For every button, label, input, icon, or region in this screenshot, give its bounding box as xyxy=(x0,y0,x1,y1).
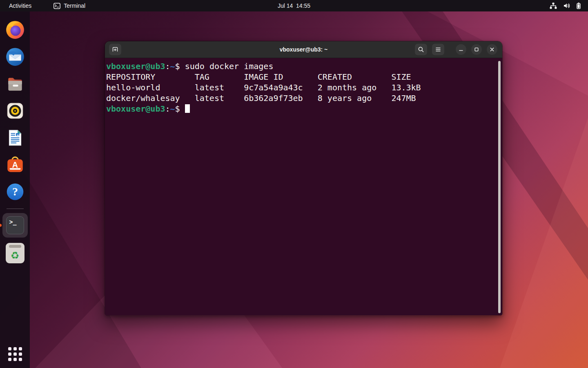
close-button[interactable] xyxy=(487,44,497,55)
dock: A ? >_ xyxy=(0,11,30,368)
firefox-icon xyxy=(5,20,25,40)
software-letter: A xyxy=(12,160,18,169)
app-menu-terminal[interactable]: Terminal xyxy=(48,0,91,11)
recycle-glyph: ♻ xyxy=(11,251,20,260)
new-tab-button[interactable] xyxy=(109,44,121,55)
terminal-prompt-line: vboxuser@ub3:~$ xyxy=(106,103,497,114)
trash-icon: ♻ xyxy=(6,243,24,263)
terminal-content[interactable]: vboxuser@ub3:~$ sudo docker images REPOS… xyxy=(105,58,502,316)
app-menu-label: Terminal xyxy=(64,2,85,9)
minimize-button[interactable] xyxy=(456,44,466,55)
dock-item-thunderbird[interactable] xyxy=(4,45,27,68)
volume-icon xyxy=(563,2,570,9)
files-icon xyxy=(5,74,25,94)
dock-item-libreoffice-writer[interactable] xyxy=(4,126,27,149)
trash-lid xyxy=(9,245,21,248)
libreoffice-writer-icon xyxy=(5,128,25,148)
running-indicator-dot xyxy=(0,224,2,227)
dock-item-files[interactable] xyxy=(4,72,27,95)
prompt-path: ~ xyxy=(170,104,175,114)
typed-command: sudo docker images xyxy=(185,61,274,71)
terminal-scrollbar[interactable] xyxy=(498,61,501,313)
terminal-window: vboxuser@ub3: ~ xyxy=(105,41,503,316)
dock-item-rhythmbox[interactable] xyxy=(4,99,27,122)
docker-images-header-row: REPOSITORY TAG IMAGE ID CREATED SIZE xyxy=(106,72,497,82)
ubuntu-software-icon: A xyxy=(5,155,25,175)
menu-button[interactable] xyxy=(432,44,444,55)
rhythmbox-icon xyxy=(5,101,25,121)
maximize-button[interactable] xyxy=(471,44,482,55)
thunderbird-icon xyxy=(5,47,25,67)
terminal-app-icon xyxy=(53,3,60,9)
dock-item-help[interactable]: ? xyxy=(4,180,27,203)
activities-button[interactable]: Activities xyxy=(0,0,40,11)
search-button[interactable] xyxy=(415,44,427,55)
network-wired-icon xyxy=(550,2,557,9)
desktop: Activities Terminal Jul 14 14:55 xyxy=(0,0,588,368)
terminal-icon: >_ xyxy=(6,216,24,234)
system-status-area[interactable] xyxy=(550,0,588,11)
battery-icon xyxy=(577,2,581,9)
dock-item-ubuntu-software[interactable]: A xyxy=(4,153,27,176)
prompt-user-host: vboxuser@ub3 xyxy=(106,104,165,114)
dock-separator xyxy=(7,209,24,209)
help-icon: ? xyxy=(5,182,25,202)
terminal-titlebar[interactable]: vboxuser@ub3: ~ xyxy=(105,41,502,58)
terminal-prompt-line: vboxuser@ub3:~$ sudo docker images xyxy=(106,61,497,72)
help-question-glyph: ? xyxy=(12,185,18,198)
dock-item-terminal-active[interactable]: >_ xyxy=(2,213,28,238)
prompt-path: ~ xyxy=(170,61,175,71)
prompt-user-host: vboxuser@ub3 xyxy=(106,61,165,71)
docker-images-row: docker/whalesay latest 6b362a9f73eb 8 ye… xyxy=(106,93,497,103)
dock-item-trash[interactable]: ♻ xyxy=(4,242,27,265)
terminal-cursor xyxy=(185,104,190,113)
show-applications-button[interactable] xyxy=(7,346,23,362)
dock-item-firefox[interactable] xyxy=(4,18,27,41)
top-bar: Activities Terminal Jul 14 14:55 xyxy=(0,0,588,11)
docker-images-row: hello-world latest 9c7a54a9a43c 2 months… xyxy=(106,82,497,93)
